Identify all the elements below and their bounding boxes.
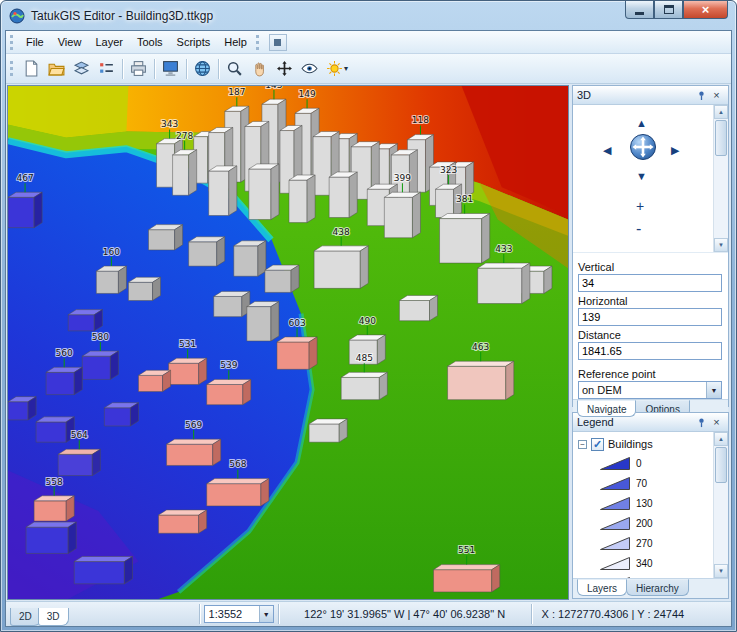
map-viewport[interactable]: 1871433431491182783234673993814381604334…: [7, 85, 569, 600]
zoom-out-button[interactable]: -: [636, 221, 641, 237]
status-divider: [199, 604, 200, 624]
layer-properties-button[interactable]: [94, 57, 119, 81]
field-input[interactable]: 139: [578, 308, 722, 326]
window-controls: ×: [625, 1, 728, 19]
svg-text:564: 564: [71, 430, 88, 440]
toolbar-grip-2[interactable]: [256, 35, 261, 50]
legend-entry[interactable]: 130: [578, 493, 711, 513]
add-layer-button[interactable]: [69, 57, 94, 81]
open-button[interactable]: [44, 57, 69, 81]
dropdown-arrow-icon[interactable]: ▼: [259, 606, 273, 622]
menu-item[interactable]: Help: [217, 32, 254, 52]
menu-item[interactable]: File: [19, 32, 51, 52]
tilt-up-button[interactable]: ▲: [636, 118, 647, 129]
field-input[interactable]: 1841.65: [578, 342, 722, 360]
scroll-down-icon[interactable]: ▼: [714, 238, 728, 252]
zoom-button[interactable]: [222, 57, 247, 81]
scroll-thumb[interactable]: [715, 120, 727, 156]
scale-combo[interactable]: 1:3552 ▼: [204, 605, 274, 623]
eye-icon: [301, 60, 318, 77]
legend-scrollbar[interactable]: ▲ ▼: [713, 432, 728, 578]
menu-item[interactable]: Tools: [130, 32, 170, 52]
zoom-in-button[interactable]: +: [636, 199, 644, 213]
legend-entry[interactable]: 270: [578, 533, 711, 553]
close-panel-icon[interactable]: ×: [709, 415, 724, 430]
svg-text:278: 278: [176, 131, 193, 141]
tab-hierarchy[interactable]: Hierarchy: [626, 579, 689, 596]
web-button[interactable]: [190, 57, 215, 81]
legend-tree: − ✓ Buildings 0: [573, 432, 728, 578]
pin-icon[interactable]: [694, 415, 709, 430]
layer-checkbox[interactable]: ✓: [591, 438, 604, 451]
legend-value: 200: [636, 518, 653, 529]
svg-text:467: 467: [16, 173, 33, 183]
scroll-up-icon[interactable]: ▲: [714, 105, 728, 119]
pan-3d-control[interactable]: [629, 133, 657, 161]
scroll-up-icon[interactable]: ▲: [714, 432, 728, 446]
svg-text:560: 560: [56, 348, 73, 358]
svg-text:539: 539: [220, 360, 237, 370]
scroll-down-icon[interactable]: ▼: [714, 564, 728, 578]
new-button[interactable]: [19, 57, 44, 81]
dropdown-arrow-icon[interactable]: ▼: [706, 382, 721, 398]
menu-items: FileViewLayerToolsScriptsHelp: [19, 32, 254, 52]
print-button[interactable]: [126, 57, 151, 81]
legend-value: 70: [636, 478, 647, 489]
svg-text:463: 463: [472, 342, 489, 352]
menu-overflow-button[interactable]: [269, 34, 287, 51]
visibility-button[interactable]: [297, 57, 322, 81]
legend-entry[interactable]: 200: [578, 513, 711, 533]
status-bar: 2D 3D 1:3552 ▼ 122° 19' 31.9965" W | 47°…: [6, 601, 731, 626]
menu-item[interactable]: View: [51, 32, 89, 52]
move-button[interactable]: [272, 57, 297, 81]
menu-item[interactable]: Scripts: [170, 32, 218, 52]
layer-name: Buildings: [608, 438, 653, 450]
main-area: 1871433431491182783234673993814381604334…: [6, 84, 731, 601]
nav-scrollbar[interactable]: ▲ ▼: [713, 105, 728, 252]
tab-navigate[interactable]: Navigate: [577, 400, 636, 417]
close-panel-icon[interactable]: ×: [709, 88, 724, 103]
legend-entry[interactable]: 340: [578, 553, 711, 573]
rotate-left-button[interactable]: ◀: [603, 145, 611, 156]
reference-point-value: on DEM: [579, 382, 706, 398]
menu-grip[interactable]: [10, 35, 15, 50]
reference-point-select[interactable]: on DEM ▼: [578, 381, 722, 399]
rotate-right-button[interactable]: ▶: [671, 145, 679, 156]
field-label: Distance: [578, 329, 722, 341]
coordinates-readout: 122° 19' 31.9965" W | 47° 40' 06.9238" N: [279, 608, 531, 620]
main-toolbar: ▾: [6, 54, 731, 84]
pan-button[interactable]: [247, 57, 272, 81]
chevron-down-icon[interactable]: ▾: [344, 64, 352, 73]
map-3d-scene[interactable]: 1871433431491182783234673993814381604334…: [8, 86, 568, 599]
field-input[interactable]: 34: [578, 274, 722, 292]
menu-item[interactable]: Layer: [88, 32, 130, 52]
tab-3d[interactable]: 3D: [38, 608, 69, 626]
collapse-icon[interactable]: −: [578, 440, 587, 449]
legend-title: Legend: [577, 416, 614, 428]
hand-icon: [251, 60, 268, 77]
legend-swatch-icon: [600, 577, 630, 579]
maximize-button[interactable]: [654, 1, 683, 19]
scroll-thumb[interactable]: [715, 447, 727, 483]
scale-value: 1:3552: [205, 606, 259, 622]
title-bar[interactable]: TatukGIS Editor - Building3D.ttkgp ×: [1, 1, 736, 30]
svg-text:433: 433: [495, 244, 512, 254]
tilt-down-button[interactable]: ▼: [636, 171, 647, 182]
legend-entry[interactable]: 0: [578, 453, 711, 473]
legend-entry[interactable]: 410: [578, 573, 711, 578]
minimize-button[interactable]: [625, 1, 654, 19]
tab-2d[interactable]: 2D: [10, 608, 41, 626]
close-button[interactable]: ×: [683, 1, 728, 19]
pin-icon[interactable]: [694, 88, 709, 103]
app-window: TatukGIS Editor - Building3D.ttkgp × Fil…: [0, 0, 737, 632]
view-mode-tabs: 2D 3D: [6, 602, 71, 626]
legend-entry[interactable]: 70: [578, 473, 711, 493]
print-preview-button[interactable]: [158, 57, 183, 81]
legend-swatch-icon: [600, 537, 630, 550]
tab-layers[interactable]: Layers: [577, 579, 627, 596]
toolbar-grip[interactable]: [10, 61, 15, 76]
svg-text:381: 381: [456, 194, 473, 204]
legend-swatch-icon: [600, 477, 630, 490]
legend-value: 410: [636, 578, 653, 579]
legend-root-row[interactable]: − ✓ Buildings: [578, 435, 711, 453]
